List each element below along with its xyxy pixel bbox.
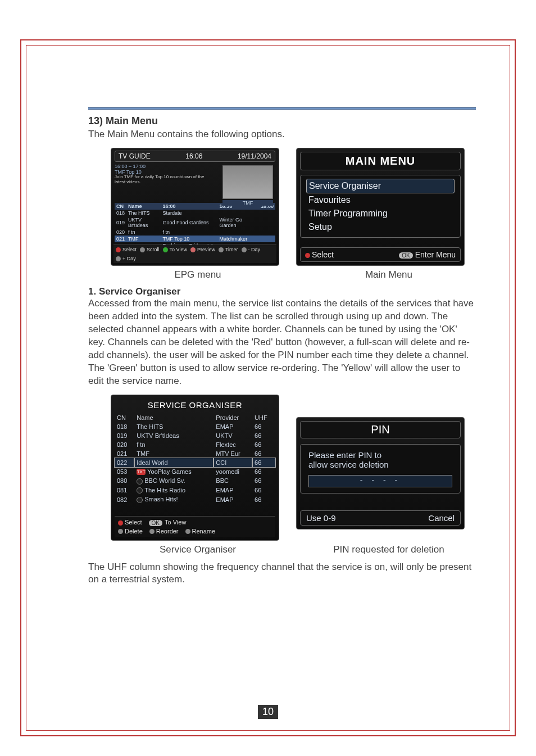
svc-cell-uhf: 66 [252,476,275,486]
ok-icon: OK [399,252,412,259]
epg-preview-hint[interactable]: Preview [190,247,215,252]
epg-titlebar: TV GUIDE 16:06 19/11/2004 [115,151,275,162]
epg-row[interactable]: 020f tnf tn [115,229,275,236]
service-organiser-heading: 1. Service Organiser [88,286,476,297]
section-heading: 13) Main Menu [88,115,476,127]
svc-cell-uhf: 66 [252,449,275,458]
service-table-header: CN Name Provider UHF [115,413,275,422]
epg-row[interactable]: 019UKTV Br'tIdeasGood Food GardensWinter… [115,216,275,229]
mainmenu-item-favourites[interactable]: Favourites [306,193,455,207]
pin-cancel-button[interactable]: Cancel [428,513,455,523]
epg-timer-hint[interactable]: Timer [219,247,238,252]
svc-cell-cn: 021 [115,449,134,458]
epg-cell-cn: 021 [115,236,126,242]
epg-cell-c2 [218,210,259,216]
svc-cell-cn: 020 [115,440,134,449]
service-organiser-panel: SERVICE ORGANISER CN Name Provider UHF 0… [111,395,279,541]
epg-minusday-hint[interactable]: - Day [242,247,261,252]
mainmenu-item-setup[interactable]: Setup [306,220,455,234]
trailing-text: The UHF column showing the frequency cha… [88,561,476,587]
mainmenu-item-timer-programming[interactable]: Timer Programming [306,207,455,220]
red-dot-icon [305,253,310,258]
mainmenu-select-hint[interactable]: Select [305,250,334,259]
grey-dot-icon [118,529,123,534]
epg-row[interactable]: 021TMFTMF Top 10Matchmaker [115,236,275,242]
epg-plusday-hint[interactable]: + Day [116,256,136,261]
epg-cell-c3 [259,236,275,242]
svc-cell-uhf: 66 [252,467,275,477]
grey-dot-icon [116,256,121,261]
caption-pin: PIN requested for deletion [302,544,476,555]
epg-cell-c2 [218,229,259,236]
epg-scroll-hint[interactable]: Scroll [140,247,160,252]
epg-col-name: Name [126,203,161,210]
pin-line2: allow service deletion [308,460,452,469]
radio-icon [137,487,143,494]
pink-dot-icon [190,247,196,252]
svc-cell-uhf: 66 [252,495,275,504]
page-outer-border: 13) Main Menu The Main Menu contains the… [20,39,516,736]
pin-input[interactable]: - - - - [308,475,452,487]
svc-col-cn: CN [115,413,134,422]
svc-cell-cn: 053 [115,467,134,477]
mainmenu-item-service-organiser[interactable]: Service Organiser [306,179,455,193]
grey-dot-icon [149,529,155,534]
svc-cell-cn: 018 [115,422,134,431]
epg-cell-c1: f tn [161,229,217,236]
epg-cell-cn: 019 [115,216,126,229]
service-row[interactable]: 080BBC World Sv.BBC66 [115,476,275,486]
caption-row-1: EPG menu Main Menu [111,269,476,280]
figure-row-1: TV GUIDE 16:06 19/11/2004 16:00 – 17:00 … [111,148,476,266]
epg-program-desc: Join TMF for a daily Top 10 countdown of… [115,175,211,185]
svc-delete-hint[interactable]: Delete [118,528,143,535]
svc-cell-provider: EMAP [214,422,252,431]
red-dot-icon [116,247,121,252]
epg-cell-cn: 020 [115,229,126,236]
svc-cell-provider: CCI [214,458,252,467]
svc-rename-hint[interactable]: Rename [185,528,216,535]
svc-cell-provider: UKTV [214,431,252,440]
service-table: CN Name Provider UHF 018The HITSEMAP6601… [115,413,275,504]
pin-use-hint: Use 0-9 [306,513,336,523]
section-divider [88,107,476,110]
svc-col-uhf: UHF [252,413,275,422]
service-row[interactable]: 081The Hits RadioEMAP66 [115,486,275,495]
service-row[interactable]: 018The HITSEMAP66 [115,422,275,431]
service-row[interactable]: 020f tnFlextec66 [115,440,275,449]
svc-toview-hint[interactable]: OKTo View [149,519,187,526]
radio-icon [137,497,143,503]
service-organiser-text: Accessed from the main menu, the service… [88,297,476,388]
grey-dot-icon [185,529,190,534]
service-row[interactable]: 021TMFMTV Eur66 [115,449,275,458]
svc-cell-cn: 019 [115,431,134,440]
svc-col-name: Name [134,413,214,422]
page-number: 10 [258,705,278,719]
red-dot-icon [118,520,123,526]
service-row[interactable]: 022Ideal WorldCCI66 [115,458,275,467]
svc-select-hint[interactable]: Select [118,519,142,526]
service-row[interactable]: 019UKTV Br'tIdeasUKTV66 [115,431,275,440]
epg-cell-c1: Good Food Gardens [161,216,217,229]
service-row[interactable]: 082Smash Hits!EMAP66 [115,495,275,504]
svc-reorder-hint[interactable]: Reorder [149,528,179,535]
mainmenu-enter-hint[interactable]: OKEnter Menu [399,250,456,259]
svc-cell-uhf: 66 [252,440,275,449]
epg-time: 16:06 [185,152,202,160]
svc-cell-name: The Hits Radio [134,486,214,495]
pin-panel: PIN Please enter PIN to allow service de… [296,417,465,529]
svc-cell-cn: 081 [115,486,134,495]
svc-col-provider: Provider [214,413,252,422]
epg-cell-c1: Stardate [161,210,217,216]
svc-cell-cn: 022 [115,458,134,467]
svc-cell-name: Ideal World [134,458,214,467]
service-row[interactable]: 053TXTYooPlay Gamesyoomedi66 [115,467,275,477]
epg-cell-c2: Winter Go Garden [218,216,259,229]
epg-toview-hint[interactable]: To View [163,247,187,252]
epg-cell-c3 [259,216,275,229]
epg-col-t1: 16:00 [161,203,217,210]
epg-row[interactable]: 018The HITSStardate [115,210,275,216]
svc-cell-name: UKTV Br'tIdeas [134,431,214,440]
epg-select-hint[interactable]: Select [116,247,137,252]
epg-cell-c2: Matchmaker [218,236,259,242]
section-intro: The Main Menu contains the following opt… [88,128,476,141]
